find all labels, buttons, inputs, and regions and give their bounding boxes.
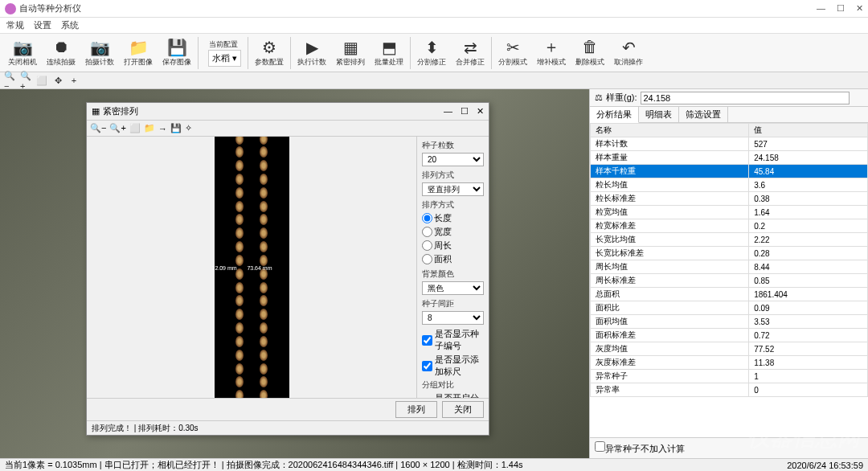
result-table[interactable]: 名称 值 样本计数527样本重量24.158样本千粒重45.84粒长均值3.6粒…	[590, 123, 868, 437]
seed-count-select[interactable]: 20	[422, 153, 484, 166]
table-row[interactable]: 灰度均值77.52	[591, 342, 868, 356]
tab-filter[interactable]: 筛选设置	[679, 107, 728, 122]
table-row[interactable]: 粒宽标准差0.2	[591, 219, 868, 233]
table-row[interactable]: 异常种子1	[591, 370, 868, 383]
menu-system[interactable]: 系统	[61, 19, 79, 31]
table-row[interactable]: 面积标准差0.72	[591, 329, 868, 342]
dialog-icon: ▦	[92, 106, 100, 117]
table-row[interactable]: 样本计数527	[591, 137, 868, 151]
sort-radio-面积[interactable]: 面积	[422, 253, 452, 265]
arrange-mode-select[interactable]: 竖直排列	[422, 182, 484, 196]
close-button[interactable]: 关闭	[442, 401, 484, 418]
ruler-right: 73.64 mm	[247, 264, 272, 270]
seed	[235, 227, 244, 239]
dlg-tool[interactable]: 💾	[170, 123, 182, 133]
table-row[interactable]: 粒长标准差0.38	[591, 192, 868, 206]
seed	[260, 160, 268, 171]
table-row[interactable]: 周长均值8.44	[591, 260, 868, 274]
toolbar-分割模式[interactable]: ✂分割模式	[493, 37, 532, 69]
seed	[235, 174, 244, 185]
bg-color-select[interactable]: 黑色	[422, 281, 484, 295]
sort-radio-长度[interactable]: 长度	[422, 212, 452, 224]
seed	[260, 146, 268, 158]
dlg-tool[interactable]: ⬜	[129, 123, 141, 133]
zoom-tool[interactable]: 🔍+	[19, 74, 32, 87]
seed	[235, 146, 244, 158]
zoom-tool[interactable]: ⬜	[35, 74, 48, 87]
arrange-button[interactable]: 排列	[395, 401, 437, 418]
arrange-dialog: ▦ 紧密排列 — ☐ ✕ 🔍−🔍+⬜📁→💾✧ 72.09 mm 73.64 mm	[86, 102, 489, 436]
tab-analysis[interactable]: 分析结果	[590, 107, 639, 123]
dlg-tool[interactable]: 🔍+	[109, 123, 125, 133]
toolbar-取消操作[interactable]: ↶取消操作	[609, 37, 648, 69]
show-number-checkbox[interactable]: 是否显示种子编号	[422, 328, 484, 352]
toolbar-保存图像[interactable]: 💾保存图像	[158, 37, 196, 69]
weight-input[interactable]	[641, 92, 850, 104]
dlg-tool[interactable]: →	[158, 124, 167, 133]
seed	[260, 322, 268, 334]
menubar: 常规 设置 系统	[0, 18, 868, 34]
seed-preview[interactable]: 72.09 mm 73.64 mm	[87, 137, 416, 398]
table-row[interactable]: 面积均值3.53	[591, 315, 868, 329]
toolbar-参数配置[interactable]: ⚙参数配置	[250, 37, 289, 69]
toolbar-删除模式[interactable]: 🗑删除模式	[571, 37, 609, 69]
sort-radio-宽度[interactable]: 宽度	[422, 226, 452, 238]
seed	[260, 282, 268, 293]
seed-gap-select[interactable]: 8	[422, 311, 484, 325]
seed	[235, 336, 244, 347]
minimize-button[interactable]: —	[817, 3, 825, 14]
menu-settings[interactable]: 设置	[34, 19, 51, 31]
table-row[interactable]: 粒长均值3.6	[591, 178, 868, 192]
table-row[interactable]: 长宽比标准差0.28	[591, 247, 868, 260]
zoom-tool[interactable]: ✥	[51, 74, 64, 87]
toolbar-打开图像[interactable]: 📁打开图像	[119, 37, 158, 69]
dialog-maximize[interactable]: ☐	[461, 106, 469, 117]
dlg-tool[interactable]: ✧	[185, 123, 192, 133]
seed-gap-label: 种子间距	[422, 298, 484, 309]
toolbar-分割修正[interactable]: ⬍分割修正	[412, 37, 451, 69]
toolbar-合并修正[interactable]: ⇄合并修正	[451, 37, 489, 69]
dialog-minimize[interactable]: —	[444, 106, 452, 117]
arrange-mode-label: 排列方式	[422, 170, 484, 181]
enable-group-checkbox[interactable]: 是否开启分组对比	[422, 392, 484, 398]
dialog-close[interactable]: ✕	[477, 106, 484, 117]
seed	[260, 227, 268, 239]
show-ruler-checkbox[interactable]: 是否显示添加标尺	[422, 354, 484, 378]
table-row[interactable]: 总面积1861.404	[591, 288, 868, 301]
seed	[235, 137, 244, 145]
dlg-tool[interactable]: 📁	[144, 123, 155, 133]
table-row[interactable]: 灰度标准差11.38	[591, 356, 868, 370]
toolbar-关闭相机[interactable]: 📷关闭相机	[3, 37, 42, 69]
table-row[interactable]: 样本重量24.158	[591, 151, 868, 165]
config-label: 当前配置	[209, 39, 238, 50]
close-button[interactable]: ✕	[856, 3, 863, 14]
table-row[interactable]: 面积比0.09	[591, 301, 868, 315]
exclude-abnormal-checkbox[interactable]: 异常种子不加入计算	[595, 444, 685, 453]
toolbar-拍摄计数[interactable]: 📷拍摄计数	[80, 37, 119, 69]
right-panel: ⚖ 样重(g): 分析结果 明细表 筛选设置 名称 值 样本计数527样本重量2…	[589, 89, 868, 458]
tab-details[interactable]: 明细表	[639, 107, 679, 122]
seed	[260, 390, 268, 398]
table-row[interactable]: 长宽比均值2.22	[591, 233, 868, 247]
table-row[interactable]: 周长标准差0.85	[591, 274, 868, 288]
dlg-tool[interactable]: 🔍−	[90, 123, 106, 133]
col-value: 值	[749, 124, 868, 137]
toolbar-紧密排列[interactable]: ▦紧密排列	[331, 37, 370, 69]
maximize-button[interactable]: ☐	[837, 3, 845, 14]
seed	[260, 309, 268, 320]
zoom-tool[interactable]: 🔍−	[3, 74, 16, 87]
toolbar-增补模式[interactable]: ＋增补模式	[532, 37, 571, 69]
table-row[interactable]: 样本千粒重45.84	[591, 165, 868, 178]
config-dropdown[interactable]: 水稻 ▾	[208, 50, 241, 67]
image-canvas[interactable]: ▦ 紧密排列 — ☐ ✕ 🔍−🔍+⬜📁→💾✧ 72.09 mm 73.64 mm	[0, 89, 589, 458]
sort-radio-周长[interactable]: 周长	[422, 240, 452, 252]
seed	[235, 363, 244, 375]
toolbar-连续拍摄[interactable]: ⏺连续拍摄	[42, 37, 80, 69]
toolbar-批量处理[interactable]: ⬒批量处理	[370, 37, 408, 69]
zoom-tool[interactable]: +	[68, 74, 80, 87]
table-row[interactable]: 粒宽均值1.64	[591, 206, 868, 219]
menu-general[interactable]: 常规	[6, 19, 24, 31]
toolbar-执行计数[interactable]: ▶执行计数	[293, 37, 331, 69]
seed	[235, 322, 244, 334]
table-row[interactable]: 异常率0	[591, 383, 868, 397]
